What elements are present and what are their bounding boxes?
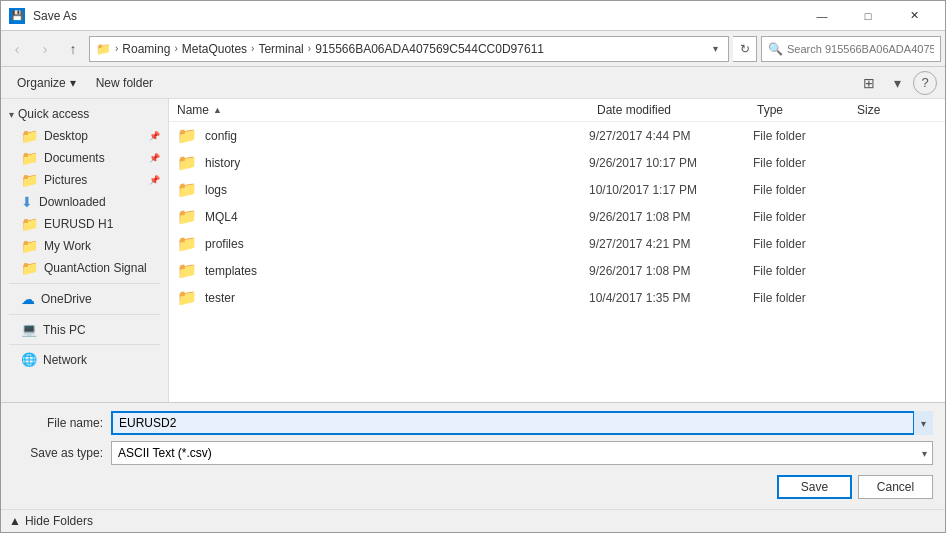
help-button[interactable]: ?: [913, 71, 937, 95]
filename-input-wrapper: ▾: [111, 411, 933, 435]
forward-button[interactable]: ›: [33, 37, 57, 61]
folder-icon: 📁: [177, 261, 197, 280]
filename-dropdown-arrow[interactable]: ▾: [913, 411, 933, 435]
folder-icon: 📁: [177, 207, 197, 226]
column-header-date[interactable]: Date modified: [597, 103, 757, 117]
folder-icon: 📁: [177, 288, 197, 307]
close-button[interactable]: ✕: [891, 1, 937, 31]
saveas-select[interactable]: ASCII Text (*.csv): [111, 441, 933, 465]
refresh-button[interactable]: ↻: [733, 36, 757, 62]
file-name: profiles: [205, 237, 585, 251]
thispc-icon: 💻: [21, 322, 37, 337]
filename-input[interactable]: [111, 411, 933, 435]
file-type: File folder: [753, 264, 853, 278]
sidebar-item-eurusd[interactable]: 📁 EURUSD H1: [1, 213, 168, 235]
hide-folders-button[interactable]: ▲ Hide Folders: [9, 514, 93, 528]
maximize-button[interactable]: □: [845, 1, 891, 31]
title-bar: 💾 Save As — □ ✕: [1, 1, 945, 31]
pin-icon: 📌: [149, 131, 160, 141]
quick-access-header[interactable]: ▾ Quick access: [1, 103, 168, 125]
pin-icon: 📌: [149, 153, 160, 163]
save-button[interactable]: Save: [777, 475, 852, 499]
file-name: history: [205, 156, 585, 170]
file-row-tester[interactable]: 📁 tester 10/4/2017 1:35 PM File folder: [169, 284, 945, 311]
file-type: File folder: [753, 183, 853, 197]
file-date: 10/10/2017 1:17 PM: [589, 183, 749, 197]
search-input[interactable]: [787, 43, 934, 55]
file-type: File folder: [753, 210, 853, 224]
back-button[interactable]: ‹: [5, 37, 29, 61]
organize-button[interactable]: Organize ▾: [9, 71, 84, 95]
up-button[interactable]: ↑: [61, 37, 85, 61]
window-icon: 💾: [9, 8, 25, 24]
content-area: ▾ Quick access 📁 Desktop 📌 📁 Documents 📌…: [1, 99, 945, 402]
file-date: 9/26/2017 10:17 PM: [589, 156, 749, 170]
file-date: 9/26/2017 1:08 PM: [589, 264, 749, 278]
sidebar-item-label: Network: [43, 353, 87, 367]
column-header-type[interactable]: Type: [757, 103, 857, 117]
search-box[interactable]: 🔍: [761, 36, 941, 62]
file-row-profiles[interactable]: 📁 profiles 9/27/2017 4:21 PM File folder: [169, 230, 945, 257]
file-type: File folder: [753, 237, 853, 251]
sidebar-item-label: Downloaded: [39, 195, 106, 209]
sidebar-item-mywork[interactable]: 📁 My Work: [1, 235, 168, 257]
sort-arrow: ▲: [213, 105, 222, 115]
file-row-history[interactable]: 📁 history 9/26/2017 10:17 PM File folder: [169, 149, 945, 176]
sidebar-item-onedrive[interactable]: ☁ OneDrive: [1, 288, 168, 310]
view-dropdown-button[interactable]: ▾: [885, 71, 909, 95]
sidebar-divider-3: [9, 344, 160, 345]
network-icon: 🌐: [21, 352, 37, 367]
folder-icon: 📁: [177, 126, 197, 145]
sidebar-item-thispc[interactable]: 💻 This PC: [1, 319, 168, 340]
file-row-config[interactable]: 📁 config 9/27/2017 4:44 PM File folder: [169, 122, 945, 149]
save-button-wrapper: Save: [777, 475, 852, 499]
address-bar[interactable]: 📁 › Roaming › MetaQuotes › Terminal › 91…: [89, 36, 729, 62]
sidebar-item-label: Desktop: [44, 129, 88, 143]
breadcrumb-terminal: Terminal: [258, 42, 303, 56]
sidebar-item-documents[interactable]: 📁 Documents 📌: [1, 147, 168, 169]
folder-icon: 📁: [177, 234, 197, 253]
file-date: 10/4/2017 1:35 PM: [589, 291, 749, 305]
column-header-size[interactable]: Size: [857, 103, 937, 117]
file-row-logs[interactable]: 📁 logs 10/10/2017 1:17 PM File folder: [169, 176, 945, 203]
sidebar-item-pictures[interactable]: 📁 Pictures 📌: [1, 169, 168, 191]
breadcrumb-roaming: Roaming: [122, 42, 170, 56]
file-type: File folder: [753, 156, 853, 170]
sidebar-item-label: My Work: [44, 239, 91, 253]
saveas-row: Save as type: ASCII Text (*.csv) ▾: [13, 441, 933, 465]
view-button[interactable]: ⊞: [857, 71, 881, 95]
sidebar-item-quantaction[interactable]: 📁 QuantAction Signal: [1, 257, 168, 279]
file-date: 9/26/2017 1:08 PM: [589, 210, 749, 224]
window-title: Save As: [33, 9, 799, 23]
folder-icon: 📁: [177, 180, 197, 199]
file-name: config: [205, 129, 585, 143]
address-toolbar: ‹ › ↑ 📁 › Roaming › MetaQuotes › Termina…: [1, 31, 945, 67]
file-date: 9/27/2017 4:21 PM: [589, 237, 749, 251]
sidebar-divider-1: [9, 283, 160, 284]
hide-folders-row: ▲ Hide Folders: [1, 509, 945, 532]
address-dropdown-button[interactable]: ▾: [709, 43, 722, 54]
new-folder-button[interactable]: New folder: [88, 71, 161, 95]
breadcrumb-folder-id: 915566BA06ADA407569C544CC0D97611: [315, 42, 544, 56]
sidebar-item-label: This PC: [43, 323, 86, 337]
sidebar-item-downloaded[interactable]: ⬇ Downloaded: [1, 191, 168, 213]
column-header-name[interactable]: Name ▲: [177, 103, 597, 117]
minimize-button[interactable]: —: [799, 1, 845, 31]
mywork-folder-icon: 📁: [21, 238, 38, 254]
file-row-templates[interactable]: 📁 templates 9/26/2017 1:08 PM File folde…: [169, 257, 945, 284]
sidebar-item-label: Documents: [44, 151, 105, 165]
search-icon: 🔍: [768, 42, 783, 56]
cancel-button[interactable]: Cancel: [858, 475, 933, 499]
quantaction-folder-icon: 📁: [21, 260, 38, 276]
toolbar-right: ⊞ ▾ ?: [857, 71, 937, 95]
sidebar-item-desktop[interactable]: 📁 Desktop 📌: [1, 125, 168, 147]
download-icon: ⬇: [21, 194, 33, 210]
onedrive-icon: ☁: [21, 291, 35, 307]
sidebar-item-label: Pictures: [44, 173, 87, 187]
file-type: File folder: [753, 291, 853, 305]
bottom-panel: File name: ▾ Save as type: ASCII Text (*…: [1, 402, 945, 509]
sidebar-item-network[interactable]: 🌐 Network: [1, 349, 168, 370]
quick-access-label: Quick access: [18, 107, 89, 121]
bottom-buttons: Save Cancel: [13, 471, 933, 501]
file-row-mql4[interactable]: 📁 MQL4 9/26/2017 1:08 PM File folder: [169, 203, 945, 230]
